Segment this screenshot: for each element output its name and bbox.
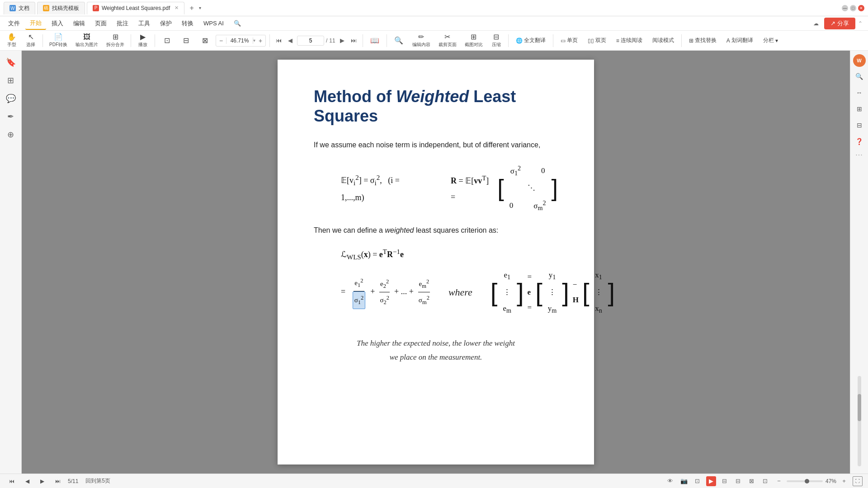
double-page-button[interactable]: ▯▯ 双页: [584, 34, 610, 47]
menu-insert[interactable]: 插入: [47, 18, 68, 29]
zoom-slider[interactable]: [787, 480, 823, 482]
status-view1-button[interactable]: ⊟: [720, 476, 730, 486]
zoom-out-status[interactable]: −: [774, 476, 784, 486]
menu-edit[interactable]: 编辑: [69, 18, 90, 29]
sidebar-thumbnails-button[interactable]: ⊞: [3, 72, 19, 89]
single-page-button[interactable]: ▭ 单页: [557, 34, 581, 47]
pdf-define: Then we can define a weighted least squa…: [314, 225, 558, 236]
status-prev-page[interactable]: ◀: [22, 477, 33, 485]
continuous-icon: ≡: [616, 38, 619, 44]
scroll-area: [858, 162, 861, 470]
tab-close-icon[interactable]: ✕: [175, 5, 179, 11]
split-merge-button[interactable]: ⊞ 拆分合并: [104, 32, 127, 49]
left-sidebar: 🔖 ⊞ 💬 ✒ ⊕: [0, 51, 22, 474]
translate-words-button[interactable]: A 划词翻译: [723, 34, 757, 47]
menu-convert[interactable]: 转换: [177, 18, 198, 29]
tab-pdf[interactable]: P Weighted Least Squares.pdf ✕: [87, 2, 184, 14]
zoom-out-button[interactable]: −: [216, 35, 226, 47]
status-view3-button[interactable]: ⊠: [747, 476, 757, 486]
status-view2-button[interactable]: ⊟: [733, 476, 743, 486]
last-page-button[interactable]: ⏭: [349, 36, 359, 46]
right-help-button[interactable]: ❓: [853, 135, 866, 148]
menu-search[interactable]: 🔍: [229, 18, 245, 28]
right-split-button[interactable]: ⊞: [853, 102, 866, 116]
help-icon: ❓: [855, 138, 863, 145]
hand-tool-button[interactable]: ✋ 手型: [4, 32, 20, 49]
search-toolbar-button[interactable]: 🔍: [391, 32, 407, 49]
scroll-thumb[interactable]: [858, 394, 861, 421]
menu-file[interactable]: 文件: [4, 18, 24, 29]
fit-width-button[interactable]: ⊟: [178, 32, 194, 49]
read-mode-button[interactable]: 阅读模式: [649, 34, 678, 47]
find-replace-button[interactable]: ⊞ 查找替换: [685, 34, 720, 47]
fit-page-button[interactable]: ⊡: [159, 32, 175, 49]
status-last-page[interactable]: ⏭: [52, 477, 64, 485]
status-first-page[interactable]: ⏮: [5, 477, 18, 485]
fullscreen-button[interactable]: ⛶: [853, 476, 863, 486]
tab-template[interactable]: 稿 找稿壳模板: [37, 2, 85, 14]
next-page-button[interactable]: ▶: [337, 36, 347, 46]
sidebar-layers-button[interactable]: ⊕: [3, 127, 19, 143]
zoom-slider-container: − 47% +: [774, 476, 849, 486]
book-icon: 📖: [370, 37, 379, 44]
menu-page[interactable]: 页面: [90, 18, 111, 29]
tab-doc[interactable]: W 文档: [4, 2, 35, 14]
minimize-button[interactable]: —: [842, 5, 848, 11]
menu-tools[interactable]: 工具: [134, 18, 155, 29]
status-view4-button[interactable]: ⊡: [760, 476, 770, 486]
tab-dropdown[interactable]: ▾: [199, 5, 201, 10]
share-button[interactable]: ↗ 分享: [824, 18, 855, 29]
fit-actual-button[interactable]: ⊠: [197, 32, 213, 49]
edit-content-button[interactable]: ✏ 编辑内容: [410, 32, 433, 49]
continuous-read-button[interactable]: ≡ 连续阅读: [613, 34, 646, 47]
right-resize-button[interactable]: ↔: [853, 86, 866, 99]
sidebar-annotations-button[interactable]: ✒: [3, 108, 19, 125]
zoom-in-status[interactable]: +: [839, 476, 849, 486]
cloud-button[interactable]: ☁: [809, 19, 823, 28]
maximize-button[interactable]: □: [850, 5, 856, 11]
new-tab-button[interactable]: +: [186, 3, 197, 14]
menu-protect[interactable]: 保护: [156, 18, 176, 29]
right-tools-button[interactable]: ⊟: [853, 118, 866, 132]
book-mode-button[interactable]: 📖: [367, 32, 383, 49]
crop-pages-button[interactable]: ✂ 裁剪页面: [436, 32, 459, 49]
scroll-track[interactable]: [858, 376, 861, 466]
status-next-page[interactable]: ▶: [37, 477, 48, 485]
menu-start[interactable]: 开始: [25, 17, 46, 30]
split-view-button[interactable]: 分栏 ▾: [760, 34, 782, 47]
zoom-in-button[interactable]: +: [255, 35, 265, 47]
menu-wpsai[interactable]: WPS AI: [199, 18, 228, 28]
status-bar: ⏮ ◀ ▶ ⏭ 5/11 回到第5页 👁 📷 ⊡ ▶ ⊟ ⊟ ⊠ ⊡ − 47%…: [0, 474, 868, 488]
pdf-area[interactable]: Method of Weighted Least Squares If we a…: [22, 51, 850, 474]
status-eye-button[interactable]: 👁: [665, 476, 675, 486]
menu-collapse[interactable]: ⌃: [856, 19, 864, 28]
status-play-button[interactable]: ▶: [706, 476, 716, 486]
user-avatar[interactable]: W: [853, 54, 866, 67]
zoom-control: − 46.71% ▾ +: [216, 35, 266, 47]
back-to-page-button[interactable]: 回到第5页: [82, 476, 114, 486]
status-camera-button[interactable]: 📷: [679, 476, 689, 486]
status-fit-button[interactable]: ⊡: [693, 476, 703, 486]
wls-line-2: = e12 σ12 + e22 σ22 + ... + em2: [341, 275, 430, 309]
select-tool-button[interactable]: ↖ 选择: [23, 32, 39, 49]
compare-icon: ⊞: [471, 33, 476, 41]
play-button[interactable]: ▶ 播放: [135, 32, 151, 49]
more-button[interactable]: ···: [855, 151, 863, 159]
pdf-convert-button[interactable]: 📄 PDF转换: [47, 32, 70, 49]
compress-button[interactable]: ⊟ 压缩: [488, 32, 505, 49]
right-search-button[interactable]: 🔍: [853, 70, 866, 83]
page-separator: /: [326, 38, 327, 44]
menu-review[interactable]: 批注: [112, 18, 133, 29]
close-button[interactable]: ✕: [858, 5, 864, 11]
output-image-button[interactable]: 🖼 输出为图片: [73, 32, 101, 49]
zoom-percent-status: 47%: [826, 478, 836, 484]
compare-button[interactable]: ⊞ 截图对比: [462, 32, 486, 49]
sidebar-comments-button[interactable]: 💬: [3, 90, 19, 107]
prev-page-button[interactable]: ◀: [285, 36, 295, 46]
first-page-button[interactable]: ⏮: [274, 36, 283, 46]
page-input[interactable]: [297, 36, 324, 46]
sidebar-bookmark-button[interactable]: 🔖: [3, 54, 19, 70]
right-search-icon: 🔍: [855, 73, 863, 80]
zoom-value[interactable]: 46.71%: [226, 38, 253, 44]
full-translate-button[interactable]: 🌐 全文翻译: [512, 34, 549, 47]
